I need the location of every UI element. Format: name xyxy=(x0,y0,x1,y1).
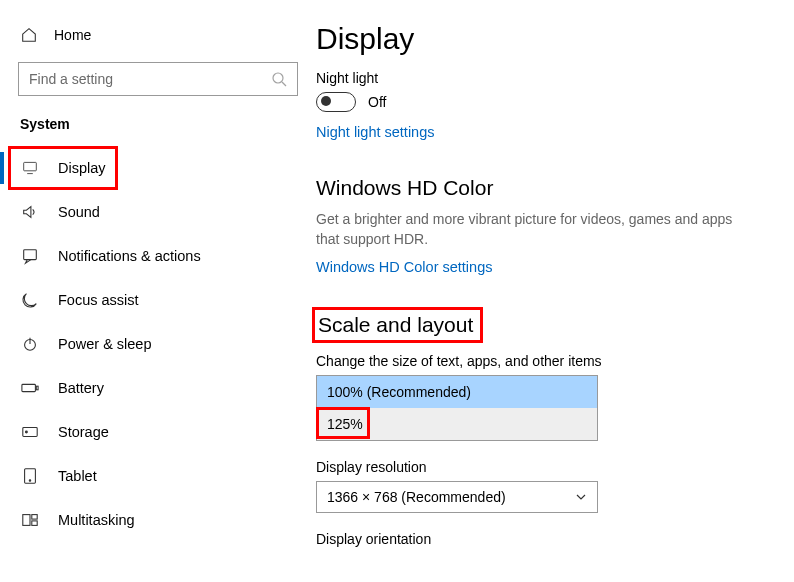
resolution-select[interactable]: 1366 × 768 (Recommended) xyxy=(316,481,598,513)
search-field[interactable] xyxy=(29,71,271,87)
sidebar-item-label: Focus assist xyxy=(58,292,139,308)
sidebar-item-label: Notifications & actions xyxy=(58,248,201,264)
sidebar: Home System Display Sound Notifications … xyxy=(0,0,316,582)
hd-color-title: Windows HD Color xyxy=(316,176,794,200)
night-light-label: Night light xyxy=(316,70,794,86)
battery-icon xyxy=(20,378,40,398)
sidebar-item-label: Sound xyxy=(58,204,100,220)
resolution-label: Display resolution xyxy=(316,459,794,475)
resolution-value: 1366 × 768 (Recommended) xyxy=(327,489,506,505)
night-light-toggle[interactable] xyxy=(316,92,356,112)
sidebar-item-multitasking[interactable]: Multitasking xyxy=(0,498,316,542)
category-label: System xyxy=(0,110,316,146)
home-icon xyxy=(20,26,38,44)
scale-title: Scale and layout xyxy=(318,313,473,337)
sound-icon xyxy=(20,202,40,222)
sidebar-item-storage[interactable]: Storage xyxy=(0,410,316,454)
page-title: Display xyxy=(316,22,794,56)
home-button[interactable]: Home xyxy=(0,20,316,56)
home-label: Home xyxy=(54,27,91,43)
svg-rect-2 xyxy=(24,250,37,260)
scale-dropdown[interactable]: 100% (Recommended) 125% xyxy=(316,375,598,441)
night-light-settings-link[interactable]: Night light settings xyxy=(316,124,434,140)
svg-rect-1 xyxy=(24,162,37,170)
svg-rect-6 xyxy=(23,428,37,437)
scale-option-100[interactable]: 100% (Recommended) xyxy=(317,376,597,408)
search-input[interactable] xyxy=(18,62,298,96)
sidebar-item-label: Display xyxy=(58,160,106,176)
sidebar-item-tablet[interactable]: Tablet xyxy=(0,454,316,498)
multitasking-icon xyxy=(20,510,40,530)
svg-rect-10 xyxy=(23,515,30,526)
hd-color-desc: Get a brighter and more vibrant picture … xyxy=(316,210,746,249)
chevron-down-icon xyxy=(575,491,587,503)
scale-change-label: Change the size of text, apps, and other… xyxy=(316,353,794,369)
power-icon xyxy=(20,334,40,354)
storage-icon xyxy=(20,422,40,442)
sidebar-item-label: Multitasking xyxy=(58,512,135,528)
night-light-state: Off xyxy=(368,94,386,110)
scale-option-125[interactable]: 125% xyxy=(317,408,597,440)
svg-point-9 xyxy=(29,480,30,481)
svg-point-7 xyxy=(26,431,28,433)
notifications-icon xyxy=(20,246,40,266)
svg-rect-12 xyxy=(32,521,37,526)
svg-rect-5 xyxy=(36,386,38,390)
sidebar-item-notifications[interactable]: Notifications & actions xyxy=(0,234,316,278)
svg-rect-11 xyxy=(32,515,37,520)
sidebar-item-label: Power & sleep xyxy=(58,336,152,352)
display-icon xyxy=(20,158,40,178)
hd-color-link[interactable]: Windows HD Color settings xyxy=(316,259,492,275)
sidebar-item-battery[interactable]: Battery xyxy=(0,366,316,410)
tablet-icon xyxy=(20,466,40,486)
search-icon xyxy=(271,71,287,87)
sidebar-item-focus[interactable]: Focus assist xyxy=(0,278,316,322)
sidebar-item-label: Storage xyxy=(58,424,109,440)
main-content: Display Night light Off Night light sett… xyxy=(316,0,794,582)
sidebar-item-label: Battery xyxy=(58,380,104,396)
sidebar-item-power[interactable]: Power & sleep xyxy=(0,322,316,366)
sidebar-item-sound[interactable]: Sound xyxy=(0,190,316,234)
sidebar-item-display[interactable]: Display xyxy=(0,146,316,190)
svg-point-0 xyxy=(273,73,283,83)
svg-rect-4 xyxy=(22,384,36,391)
focus-icon xyxy=(20,290,40,310)
orientation-label: Display orientation xyxy=(316,531,794,547)
sidebar-item-label: Tablet xyxy=(58,468,97,484)
